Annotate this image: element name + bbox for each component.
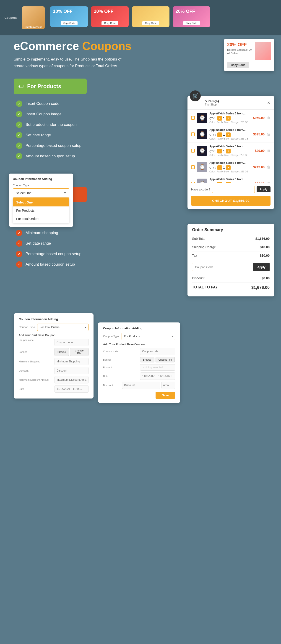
to-check-3: ✓ [16, 230, 22, 236]
item-name-3: AppleWatch Series 6 from... [209, 145, 253, 148]
left-max-discount-input[interactable] [54, 376, 88, 384]
qty-plus-2[interactable]: + [226, 132, 231, 137]
cart-popup-header: 🛒 5 item(s) The Shop ✕ [188, 96, 274, 110]
qty-plus-4[interactable]: + [226, 165, 231, 170]
coupon-code-input[interactable] [192, 262, 251, 271]
item-qty-row-5: QTY : - 1 + [209, 182, 253, 183]
item-delete-1[interactable]: 🗑 [267, 116, 271, 120]
item-delete-2[interactable]: 🗑 [267, 132, 271, 136]
cart-apply-button[interactable]: Apply [257, 186, 271, 192]
qty-minus-5[interactable]: - [217, 182, 222, 183]
left-choose-button[interactable]: Choose File [70, 348, 88, 356]
dropdown-option-products[interactable]: For Products [13, 206, 69, 215]
total-row: TOTAL TO PAY $1,676.00 [192, 282, 270, 293]
right-date-row: Date [103, 372, 175, 380]
right-coupon-code-row: Coupon code [103, 348, 175, 355]
left-form-type-row: Coupon Type For Total Orders ▼ [19, 324, 88, 331]
right-banner-row: Banner Browse Choose File [103, 357, 175, 362]
right-coupon-input[interactable] [140, 348, 175, 355]
to-feature-5: ✓ Percentage based coupon setup [16, 251, 137, 257]
right-type-label: Coupon Type [103, 335, 119, 338]
item-price-2: $395.00 [253, 132, 265, 136]
left-discount-row: Discount [19, 367, 88, 374]
item-price-5: $29.00 [255, 182, 265, 183]
cart-checkout-button[interactable]: CHECKOUT $1,556.00 [191, 196, 271, 206]
to-check-6: ✓ [16, 261, 22, 268]
cart-icon-wrapper: 🛒 [190, 90, 201, 102]
to-feature-4: ✓ Set date range [16, 240, 137, 247]
item-price-3: $29.00 [255, 149, 265, 152]
dropdown-chevron-icon: ▼ [64, 191, 66, 194]
discount-label: Discount [192, 276, 204, 280]
cart-coupon-label: Have a code ? [191, 188, 210, 191]
right-amount-input[interactable] [162, 382, 175, 389]
item-delete-5[interactable]: 🗑 [267, 182, 271, 183]
coupon-code-apply-button[interactable]: Apply [253, 262, 270, 271]
item-qty-row-4: QTY : - 1 + [209, 165, 251, 170]
dropdown-value-display[interactable]: Select One ▼ [13, 188, 69, 198]
cart-item-2: ⌚ AppleWatch Series 6 from... QTY : - 1 … [188, 126, 274, 142]
left-discount-input[interactable] [54, 367, 88, 374]
right-choose-button[interactable]: Choose File [156, 357, 175, 362]
right-form-title: Coupon Information Adding [103, 326, 175, 330]
total-value: $1,676.00 [251, 285, 270, 290]
item-image-4: ⌚ [197, 162, 207, 172]
left-min-shopping-input[interactable] [54, 358, 88, 365]
right-date-input[interactable] [140, 372, 175, 380]
to-feature-3: ✓ Minimum shopping [16, 230, 137, 236]
qty-minus-4[interactable]: - [217, 165, 222, 170]
cart-coupon-input[interactable] [212, 186, 255, 193]
feature-item-2: ✓ Insert Coupon image [16, 111, 137, 118]
right-coupon-label: Coupon code [103, 350, 138, 353]
hero-section: eCommerce Coupons Simple to implement, e… [14, 40, 151, 70]
item-name-1: AppleWatch Series 6 from... [209, 112, 251, 115]
right-browse-button[interactable]: Browse [140, 357, 154, 362]
cart-close-button[interactable]: ✕ [267, 100, 271, 105]
qty-minus-1[interactable]: - [217, 116, 222, 120]
check-icon-5: ✓ [16, 142, 22, 149]
item-checkbox-3[interactable] [191, 149, 195, 152]
field-label: Coupon Type [13, 184, 69, 187]
item-delete-3[interactable]: 🗑 [267, 149, 271, 153]
qty-minus-2[interactable]: - [217, 132, 222, 137]
qty-val-4: 1 [223, 166, 225, 169]
promo-copy-button[interactable]: Copy Code [227, 62, 249, 68]
left-coupon-code-input[interactable] [54, 339, 88, 346]
item-checkbox-4[interactable] [191, 165, 195, 169]
item-color-storage-2: Color : Pacific Blue Storage : 256 GB [209, 138, 251, 140]
tax-value: $10.00 [260, 254, 270, 257]
qty-val-5: 1 [223, 182, 225, 183]
item-checkbox-5[interactable] [191, 182, 195, 183]
left-coupon-code-row: Coupon code [19, 339, 88, 346]
right-type-select[interactable]: For Products [122, 333, 175, 340]
right-discount-input[interactable] [122, 382, 160, 389]
item-details-1: AppleWatch Series 6 from... QTY : - 1 + … [209, 112, 251, 124]
promo-desc: Receive Cashback On All Orders [227, 48, 253, 55]
cart-coupon-row: Have a code ? Apply [188, 183, 274, 196]
qty-plus-1[interactable]: + [226, 116, 231, 120]
right-discount-label: Discount [103, 384, 120, 387]
products-title: For Products [27, 83, 61, 90]
left-browse-button[interactable]: Browse [54, 348, 69, 356]
qty-minus-3[interactable]: - [217, 149, 222, 154]
left-date-input[interactable] [54, 385, 88, 392]
qty-plus-3[interactable]: + [226, 149, 231, 154]
dropdown-option-total-orders[interactable]: For Total Orders [13, 215, 69, 223]
item-image-2: ⌚ [197, 129, 207, 139]
left-form-title: Coupon Information Adding [19, 318, 88, 321]
products-features-list: ✓ Insert Coupon code ✓ Insert Coupon ima… [16, 100, 137, 160]
qty-val-1: 1 [223, 117, 225, 120]
item-checkbox-1[interactable] [191, 116, 195, 120]
item-delete-4[interactable]: 🗑 [267, 165, 271, 169]
right-discount-row: Discount [103, 382, 175, 389]
item-name-5: AppleWatch Series 6 from... [209, 178, 253, 181]
check-icon-3: ✓ [16, 122, 22, 128]
left-type-select[interactable]: For Total Orders [37, 324, 88, 331]
right-date-label: Date [103, 375, 138, 378]
qty-plus-5[interactable]: + [226, 182, 231, 183]
right-save-button[interactable]: Save [156, 392, 175, 399]
dropdown-option-select-one[interactable]: Select One [13, 198, 69, 206]
right-section-title: Add Your Product Base Coupon [103, 343, 175, 346]
item-checkbox-2[interactable] [191, 132, 195, 136]
cart-items-container: ⌚ AppleWatch Series 6 from... QTY : - 1 … [188, 110, 274, 183]
